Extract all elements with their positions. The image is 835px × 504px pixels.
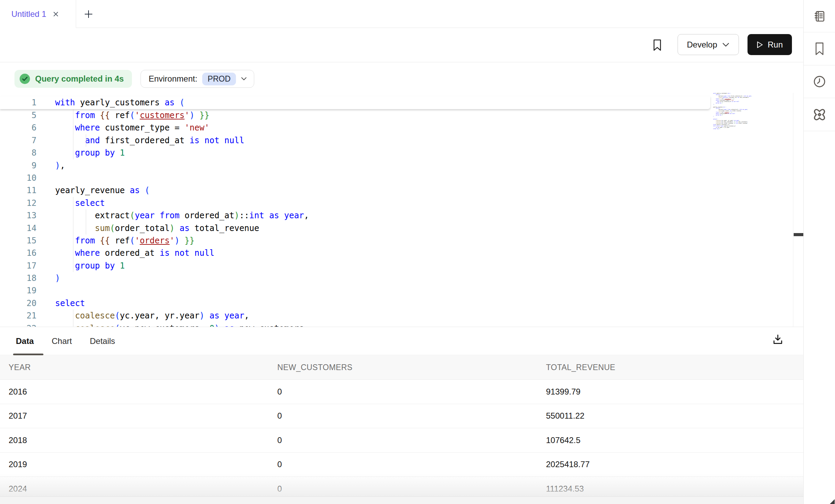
indent-guide [73, 197, 73, 272]
code-line: 1 with yearly_customers as ( [0, 96, 710, 109]
rail-item-notebook[interactable] [804, 0, 835, 32]
code-line: 15 from {{ ref('orders') }} [0, 234, 792, 247]
query-status-text: Query completed in 4s [35, 74, 124, 84]
table-cell: 0 [269, 411, 537, 421]
rail-item-bookmarks[interactable] [804, 32, 835, 65]
history-clock-icon [813, 75, 826, 88]
indent-guide [86, 134, 86, 147]
table-cell: 0 [269, 387, 537, 397]
notebook-icon [813, 10, 826, 23]
dbt-logo-icon [812, 107, 827, 122]
minimap-line: order by 1 [713, 128, 761, 130]
indent-guide [73, 309, 73, 327]
run-button-label: Run [767, 40, 783, 50]
status-row: Query completed in 4s Environment: PROD [14, 70, 254, 88]
close-tab-icon[interactable] [52, 10, 60, 18]
indent-guide [86, 209, 86, 234]
code-line: 20 select [0, 297, 792, 309]
table-cell: 550011.22 [537, 411, 803, 421]
tab-data[interactable]: Data [16, 336, 34, 346]
code-line: 11 yearly_revenue as ( [0, 184, 792, 197]
code-line: 19 [0, 284, 792, 297]
code-line: 16 where ordered_at is not null [0, 247, 792, 259]
column-header: NEW_CUSTOMERS [269, 363, 537, 372]
table-cell: 111234.53 [537, 484, 803, 494]
environment-selector[interactable]: Environment: PROD [141, 70, 254, 88]
table-cell: 2024 [0, 484, 269, 494]
play-icon [756, 41, 763, 49]
code-editor[interactable]: Query completed in 4s Environment: PROD … [0, 63, 803, 327]
code-line: 13 extract(year from ordered_at)::int as… [0, 209, 792, 222]
table-cell: 2025418.77 [537, 460, 803, 469]
check-circle-icon [19, 73, 30, 84]
sticky-scroll-line[interactable]: 1 with yearly_customers as ( [0, 96, 710, 109]
table-cell: 0 [269, 460, 537, 469]
code-line: 22 coalesce(yc.new_customers, 0) as new_… [0, 322, 792, 327]
code-line: 10 [0, 172, 792, 184]
code-line: 7 and first_ordered_at is not null [0, 134, 792, 147]
ide-window: Untitled 1 Develop Run Query complete [0, 0, 835, 504]
code-lines-area[interactable]: 5 from {{ ref('customers') }} 6 where cu… [0, 109, 792, 327]
table-cell: 2017 [0, 411, 269, 421]
table-row: 20240111234.53 [0, 477, 803, 496]
rail-item-dbt[interactable] [804, 98, 835, 131]
tab-bar: Untitled 1 [0, 0, 803, 28]
ref-link[interactable]: orders [140, 236, 170, 245]
table-cell: 2018 [0, 435, 269, 445]
code-line: 12 select [0, 197, 792, 209]
table-hscrollbar-track[interactable] [0, 496, 803, 504]
chevron-down-icon [722, 42, 730, 47]
minimap[interactable]: with yearly_customers as ( select extrac… [713, 93, 761, 138]
ref-link[interactable]: customers [140, 111, 185, 120]
table-cell: 2016 [0, 387, 269, 397]
table-row: 2016091399.79 [0, 380, 803, 404]
code-line: 21 coalesce(yc.year, yr.year) as year, [0, 309, 792, 322]
right-icon-rail [803, 0, 835, 504]
query-status-pill: Query completed in 4s [14, 70, 132, 88]
code-line: 17 group by 1 [0, 260, 792, 272]
code-line: 14 sum(order_total) as total_revenue [0, 222, 792, 234]
tab-details[interactable]: Details [90, 336, 115, 346]
rail-item-history[interactable] [804, 65, 835, 98]
table-cell: 91399.79 [537, 387, 803, 397]
table-cell: 0 [269, 484, 537, 494]
table-cell: 107642.5 [537, 435, 803, 445]
table-row: 20170550011.22 [0, 404, 803, 429]
develop-button-label: Develop [687, 40, 717, 50]
scrollbar-thumb[interactable] [794, 233, 803, 236]
column-header: YEAR [0, 363, 269, 372]
table-body: 2016091399.7920170550011.2220180107642.5… [0, 380, 803, 496]
code-line: 5 from {{ ref('customers') }} [0, 109, 792, 122]
table-row: 20180107642.5 [0, 428, 803, 453]
code-line: 8 group by 1 [0, 147, 792, 159]
table-row: 201902025418.77 [0, 453, 803, 477]
bookmark-icon [813, 42, 826, 56]
code-line: 6 where customer_type = 'new' [0, 122, 792, 134]
download-icon[interactable] [770, 332, 785, 347]
editor-scrollbar[interactable] [793, 93, 803, 327]
environment-label: Environment: [148, 74, 197, 84]
results-panel: Data Chart Details YEARNEW_CUSTOMERSTOTA… [0, 327, 803, 504]
table-cell: 2019 [0, 460, 269, 469]
chevron-down-icon [241, 77, 247, 81]
indent-guide [73, 109, 73, 159]
run-button[interactable]: Run [748, 34, 792, 55]
bookmark-icon[interactable] [651, 38, 663, 52]
new-tab-plus-icon[interactable] [82, 8, 95, 21]
table-cell: 0 [269, 435, 537, 445]
resize-grip[interactable] [830, 499, 835, 504]
file-tab-untitled-1[interactable]: Untitled 1 [0, 0, 76, 28]
environment-value-badge: PROD [202, 73, 236, 85]
tab-title: Untitled 1 [11, 9, 46, 19]
table-header-row: YEARNEW_CUSTOMERSTOTAL_REVENUE [0, 356, 803, 380]
column-header: TOTAL_REVENUE [537, 363, 803, 372]
active-tab-indicator [13, 354, 43, 355]
develop-button[interactable]: Develop [678, 34, 739, 55]
tab-chart[interactable]: Chart [52, 336, 72, 346]
code-line: 18 ) [0, 272, 792, 284]
code-line: 9 ), [0, 159, 792, 172]
results-tab-bar: Data Chart Details [0, 327, 803, 355]
